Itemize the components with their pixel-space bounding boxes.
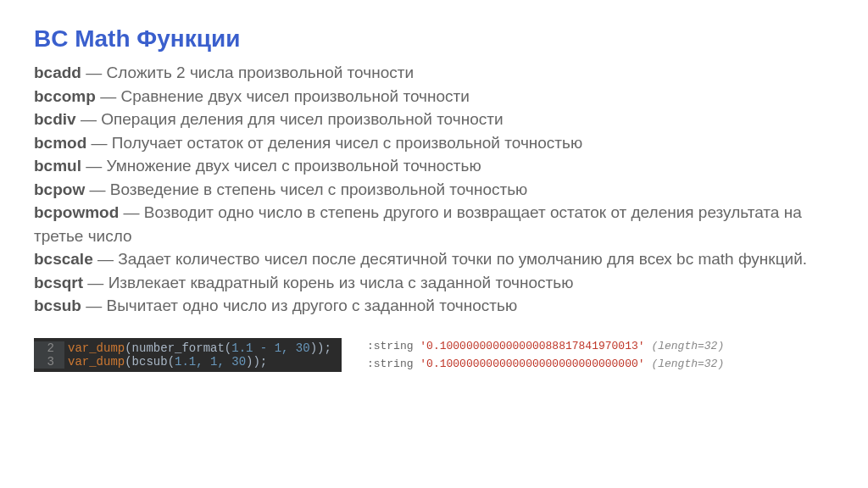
function-name: bcscale (34, 250, 93, 268)
function-desc: Сравнение двух чисел произвольной точнос… (120, 87, 469, 105)
function-desc: Возведение в степень чисел с произвольно… (110, 180, 528, 198)
list-item: bcpow — Возведение в степень чисел с про… (34, 178, 834, 202)
function-name: bcsub (34, 297, 81, 314)
page-title: BC Math Функции (34, 25, 834, 53)
function-desc: Извлекает квадратный корень из числа с з… (108, 274, 574, 291)
function-desc: Получает остаток от деления чисел с прои… (112, 134, 582, 152)
function-desc: Возводит одно число в степень другого и … (34, 203, 802, 245)
function-name: bcdiv (34, 110, 76, 128)
function-desc: Вычитает одно число из другого с заданно… (107, 297, 518, 314)
function-desc: Задает количество чисел после десятичной… (118, 250, 807, 268)
function-name: bcmod (34, 134, 86, 152)
code-text: )); (310, 341, 331, 355)
code-args: 1.1 - 1, 30 (231, 341, 309, 355)
function-name: bcpow (34, 180, 85, 198)
function-name: bcpowmod (34, 203, 119, 221)
output-value: '0.100000000000000088817841970013' (420, 340, 644, 352)
code-args: 1.1, 1, 30 (175, 355, 246, 369)
output-line: :string '0.10000000000000008881784197001… (367, 340, 724, 352)
list-item: bcsqrt — Извлекает квадратный корень из … (34, 271, 834, 295)
list-item: bccomp — Сравнение двух чисел произвольн… (34, 85, 834, 108)
output-length: (length=32) (651, 340, 724, 352)
code-text: (number_format( (125, 341, 231, 355)
list-item: bcpowmod — Возводит одно число в степень… (34, 201, 834, 247)
function-desc: Умножение двух чисел с произвольной точн… (107, 157, 481, 175)
output-type: :string (367, 340, 414, 352)
output-value: '0.100000000000000000000000000000' (420, 358, 644, 370)
output-length: (length=32) (651, 358, 724, 370)
function-desc: Операция деления для чисел произвольной … (101, 110, 503, 128)
list-item: bcadd — Сложить 2 числа произвольной точ… (34, 61, 834, 85)
code-text: )); (246, 355, 267, 369)
code-block: 2 var_dump(number_format(1.1 - 1, 30)); … (34, 338, 342, 372)
list-item: bcmul — Умножение двух чисел с произволь… (34, 154, 834, 178)
list-item: bcsub — Вычитает одно число из другого с… (34, 294, 834, 318)
list-item: bcdiv — Операция деления для чисел произ… (34, 108, 834, 131)
function-name: bcsqrt (34, 274, 83, 291)
line-number: 3 (34, 355, 64, 369)
code-text: (bcsub( (125, 355, 175, 369)
list-item: bcscale — Задает количество чисел после … (34, 247, 834, 271)
function-list: bcadd — Сложить 2 числа произвольной точ… (34, 61, 834, 318)
code-line: 2 var_dump(number_format(1.1 - 1, 30)); (34, 341, 342, 355)
function-name: bcadd (34, 64, 81, 81)
code-keyword: var_dump (68, 341, 125, 355)
list-item: bcmod — Получает остаток от деления чисе… (34, 131, 834, 155)
function-name: bcmul (34, 157, 81, 175)
example-row: 2 var_dump(number_format(1.1 - 1, 30)); … (34, 335, 834, 375)
function-desc: Сложить 2 числа произвольной точности (107, 64, 415, 81)
output-type: :string (367, 358, 414, 370)
output-line: :string '0.10000000000000000000000000000… (367, 358, 724, 370)
code-line: 3 var_dump(bcsub(1.1, 1, 30)); (34, 355, 342, 369)
function-name: bccomp (34, 87, 96, 105)
line-number: 2 (34, 341, 64, 355)
output-block: :string '0.10000000000000008881784197001… (367, 335, 724, 375)
code-keyword: var_dump (68, 355, 125, 369)
